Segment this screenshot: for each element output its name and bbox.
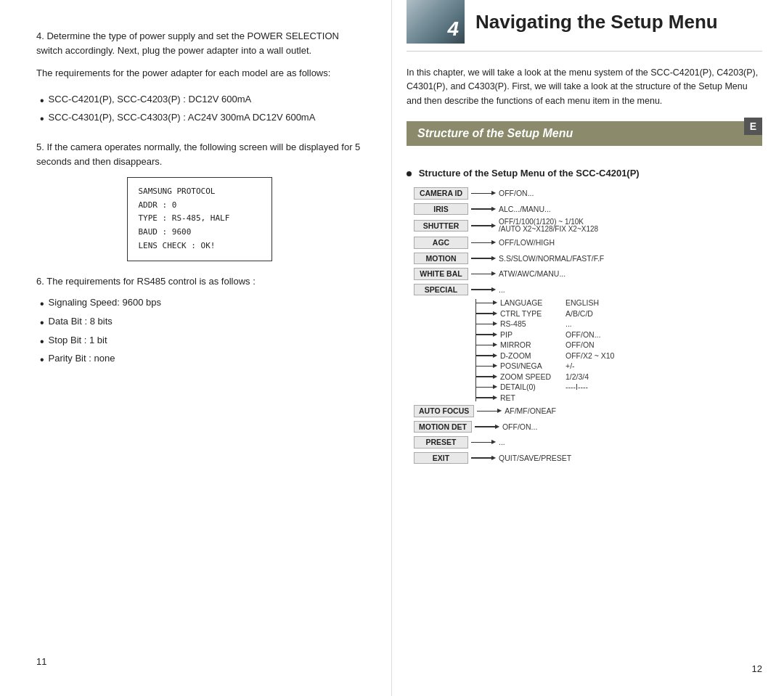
list-item: • SCC-C4301(P), SCC-C4303(P) : AC24V 300… — [36, 112, 362, 127]
sub-label-mirror: MIRROR — [500, 341, 555, 349]
bullet-icon: • — [40, 297, 44, 312]
model-2: SCC-C4301(P), SCC-C4303(P) : AC24V 300mA… — [49, 112, 316, 123]
models-list: • SCC-C4201(P), SCC-C4203(P) : DC12V 600… — [36, 94, 362, 128]
sub-label-ret: RET — [500, 394, 555, 402]
sub-label-d-zoom: D-ZOOM — [500, 352, 555, 360]
protocol-line2: ADDR : 0 — [139, 199, 261, 213]
menu-row-exit: EXIT QUIT/SAVE/PRESET — [414, 452, 762, 464]
menu-value-motion-det: OFF/ON... — [502, 423, 537, 431]
rs485-item-2: Stop Bit : 1 bit — [49, 335, 107, 345]
sub-row-rs485: RS-485 ... — [476, 320, 762, 328]
step-5-text: 5. If the camera operates normally, the … — [36, 140, 362, 168]
sub-arrow-pip — [476, 332, 497, 337]
sub-value-detail: ----I---- — [565, 383, 588, 391]
arrow-preset — [471, 439, 496, 445]
step-5-block: 5. If the camera operates normally, the … — [36, 140, 362, 261]
menu-value-exit: QUIT/SAVE/PRESET — [499, 454, 571, 462]
menu-row-motion: MOTION S.S/SLOW/NORMAL/FAST/F.F — [414, 253, 762, 265]
menu-label-auto-focus: AUTO FOCUS — [414, 405, 474, 417]
sub-value-d-zoom: OFF/X2 ~ X10 — [565, 352, 614, 360]
sub-arrow-zoom-speed — [476, 374, 497, 380]
menu-row-iris: IRIS ALC.../MANU... — [414, 203, 762, 216]
special-sub-section: LANGUAGE ENGLISH CTRL TYPE A/B/C/D RS-48… — [475, 299, 762, 401]
arrow-camera-id — [471, 190, 496, 196]
menu-value-shutter: OFF/1/100(1/120) ~ 1/10K/AUTO X2~X128/FI… — [499, 218, 598, 233]
menu-value-auto-focus: AF/MF/ONEAF — [505, 407, 556, 415]
protocol-line3: TYPE : RS-485, HALF — [139, 212, 261, 226]
arrow-motion-det — [475, 424, 499, 430]
list-item: • Stop Bit : 1 bit — [36, 335, 362, 350]
left-content: 4. Determine the type of power supply an… — [36, 29, 362, 381]
menu-value-agc: OFF/LOW/HIGH — [499, 239, 555, 247]
sub-row-detail: DETAIL(0) ----I---- — [476, 383, 762, 391]
chapter-header: Navigating the Setup Menu — [407, 0, 762, 52]
sub-value-mirror: OFF/ON — [565, 341, 595, 349]
sub-value-posi-nega: +/- — [565, 362, 575, 370]
menu-label-preset: PRESET — [414, 436, 468, 449]
sub-row-pip: PIP OFF/ON... — [476, 331, 762, 339]
menu-row-special: SPECIAL ... — [414, 284, 762, 296]
menu-label-agc: AGC — [414, 237, 468, 249]
menu-row-agc: AGC OFF/LOW/HIGH — [414, 237, 762, 249]
sub-label-zoom-speed: ZOOM SPEED — [500, 373, 555, 381]
left-page: 4. Determine the type of power supply an… — [0, 0, 392, 696]
sub-row-ctrl-type: CTRL TYPE A/B/C/D — [476, 310, 762, 318]
arrow-motion — [471, 255, 496, 261]
sub-arrow-d-zoom — [476, 353, 497, 359]
bullet-icon: • — [40, 335, 44, 350]
sub-arrow-ret — [476, 395, 497, 401]
sub-arrow-rs485 — [476, 321, 497, 327]
menu-row-white-bal: WHITE BAL ATW/AWC/MANU... — [414, 268, 762, 280]
model-1: SCC-C4201(P), SCC-C4203(P) : DC12V 600mA — [49, 94, 252, 105]
list-item: • SCC-C4201(P), SCC-C4203(P) : DC12V 600… — [36, 94, 362, 109]
sub-arrow-posi-nega — [476, 363, 497, 369]
chapter-title: Navigating the Setup Menu — [475, 11, 718, 33]
page-number-right: 12 — [752, 663, 762, 674]
sub-value-language: ENGLISH — [565, 299, 599, 307]
subsection-title: Structure of the Setup Menu of the SCC-C… — [407, 168, 762, 179]
bullet-icon: • — [40, 353, 44, 368]
sub-row-posi-nega: POSI/NEGA +/- — [476, 362, 762, 370]
sub-value-rs485: ... — [565, 320, 572, 328]
menu-row-camera-id: CAMERA ID OFF/ON... — [414, 187, 762, 200]
menu-value-special: ... — [499, 286, 505, 294]
menu-label-iris: IRIS — [414, 203, 468, 216]
menu-label-special: SPECIAL — [414, 284, 468, 296]
menu-value-camera-id: OFF/ON... — [499, 189, 534, 197]
section-header: Structure of the Setup Menu — [407, 121, 762, 146]
arrow-auto-focus — [477, 408, 502, 414]
intro-text: In this chapter, we will take a look at … — [407, 66, 762, 108]
sub-label-rs485: RS-485 — [500, 320, 555, 328]
step-6-text: 6. The requirements for RS485 control is… — [36, 274, 362, 289]
menu-value-white-bal: ATW/AWC/MANU... — [499, 270, 565, 278]
sub-row-language: LANGUAGE ENGLISH — [476, 299, 762, 307]
step-4-text: 4. Determine the type of power supply an… — [36, 29, 362, 57]
step-4-block: 4. Determine the type of power supply an… — [36, 29, 362, 81]
rs485-item-3: Parity Bit : none — [49, 353, 115, 364]
menu-value-motion: S.S/SLOW/NORMAL/FAST/F.F — [499, 255, 604, 263]
arrow-exit — [471, 455, 496, 461]
protocol-box: SAMSUNG PROTOCOL ADDR : 0 TYPE : RS-485,… — [127, 177, 272, 261]
requirements-intro: The requirements for the power adapter f… — [36, 66, 362, 81]
bullet-icon: • — [40, 94, 44, 109]
sub-label-ctrl-type: CTRL TYPE — [500, 310, 555, 318]
arrow-white-bal — [471, 271, 496, 277]
sub-arrow-language — [476, 300, 497, 306]
rs485-item-0: Signaling Speed: 9600 bps — [49, 297, 161, 308]
menu-row-shutter: SHUTTER OFF/1/100(1/120) ~ 1/10K/AUTO X2… — [414, 218, 762, 233]
sub-value-zoom-speed: 1/2/3/4 — [565, 373, 589, 381]
sub-row-ret: RET — [476, 394, 762, 402]
list-item: • Signaling Speed: 9600 bps — [36, 297, 362, 312]
menu-label-shutter: SHUTTER — [414, 220, 468, 232]
sub-arrow-mirror — [476, 342, 497, 348]
bullet-dot-icon — [407, 171, 412, 176]
menu-value-iris: ALC.../MANU... — [499, 205, 551, 213]
sub-row-zoom-speed: ZOOM SPEED 1/2/3/4 — [476, 373, 762, 381]
arrow-shutter — [471, 223, 496, 229]
menu-label-white-bal: WHITE BAL — [414, 268, 468, 280]
step-6-block: 6. The requirements for RS485 control is… — [36, 274, 362, 369]
menu-value-preset: ... — [499, 438, 505, 446]
list-item: • Parity Bit : none — [36, 353, 362, 368]
sub-value-ctrl-type: A/B/C/D — [565, 310, 593, 318]
sub-value-pip: OFF/ON... — [565, 331, 600, 339]
